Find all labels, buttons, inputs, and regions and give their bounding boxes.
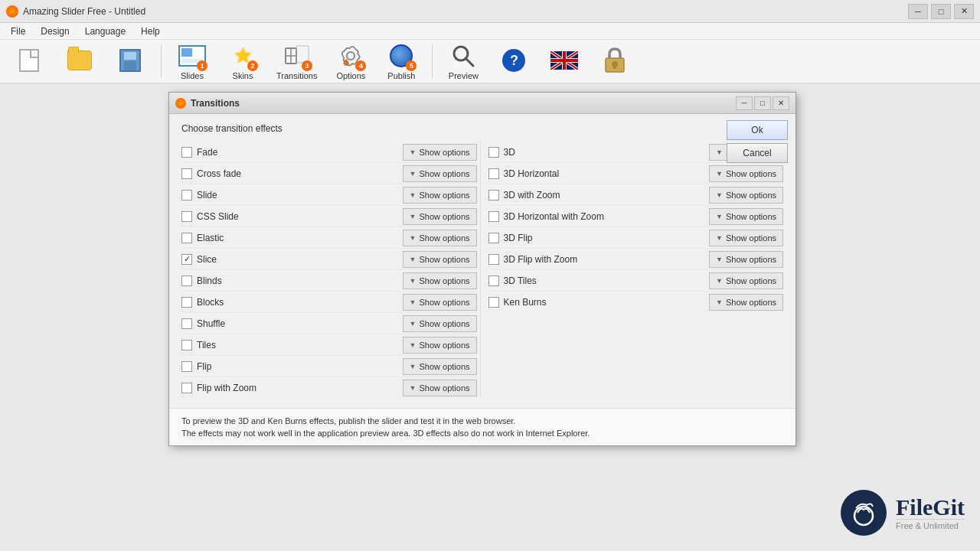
help-button[interactable]: ?	[491, 44, 537, 79]
tiles-checkbox[interactable]	[181, 340, 192, 350]
dialog-actions: Ok Cancel	[727, 120, 788, 163]
blinds-show-options[interactable]: Show options	[403, 272, 477, 289]
title-bar-controls: ─ □ ✕	[908, 4, 974, 19]
fade-checkbox[interactable]	[181, 147, 192, 158]
3dh-show-options[interactable]: Show options	[709, 165, 783, 182]
modal-title-bar: Transitions ─ □ ✕	[169, 93, 795, 114]
elastic-label: Elastic	[197, 233, 403, 243]
preview-button[interactable]: Preview	[440, 39, 486, 83]
options-icon: 4	[337, 42, 364, 70]
fade-show-options[interactable]: Show options	[403, 144, 477, 161]
crossfade-show-options[interactable]: Show options	[403, 165, 477, 182]
transition-fade-row: Fade Show options	[181, 142, 477, 163]
slides-button[interactable]: 1 Slides	[169, 39, 215, 83]
toolbar-separator-1	[161, 44, 162, 78]
maximize-button[interactable]: □	[931, 4, 951, 19]
3df-checkbox[interactable]	[488, 233, 499, 243]
shuffle-checkbox[interactable]	[181, 318, 192, 329]
options-button[interactable]: 4 Options	[328, 39, 374, 83]
close-button[interactable]: ✕	[954, 4, 974, 19]
3dfz-checkbox[interactable]	[488, 254, 499, 265]
transition-elastic-row: Elastic Show options	[181, 227, 477, 249]
slide-show-options[interactable]: Show options	[403, 187, 477, 204]
flipzoom-label: Flip with Zoom	[197, 383, 403, 393]
transition-blocks-row: Blocks Show options	[181, 292, 477, 313]
publish-label: Publish	[387, 71, 415, 80]
footer-line2: The effects may not work well in the app…	[181, 429, 783, 438]
flipzoom-show-options[interactable]: Show options	[403, 380, 477, 396]
flipzoom-checkbox[interactable]	[181, 383, 192, 393]
transition-tiles-row: Tiles Show options	[181, 334, 477, 356]
3dh-checkbox[interactable]	[488, 168, 499, 179]
language-button[interactable]	[541, 44, 587, 79]
slides-label: Slides	[181, 71, 204, 80]
shuffle-show-options[interactable]: Show options	[403, 315, 477, 332]
slide-checkbox[interactable]	[181, 190, 192, 201]
blinds-label: Blinds	[197, 276, 403, 286]
modal-minimize[interactable]: ─	[736, 96, 753, 110]
skins-button[interactable]: ★ 2 Skins	[220, 39, 266, 83]
3dhz-show-options[interactable]: Show options	[709, 208, 783, 225]
minimize-button[interactable]: ─	[908, 4, 928, 19]
3df-show-options[interactable]: Show options	[709, 230, 783, 246]
elastic-checkbox[interactable]	[181, 233, 192, 243]
transitions-left-column: Fade Show options Cross fade Show option…	[181, 142, 481, 399]
publish-button[interactable]: 5 Publish	[378, 39, 424, 83]
3dt-show-options[interactable]: Show options	[709, 272, 783, 289]
flip-checkbox[interactable]	[181, 361, 192, 372]
slice-show-options[interactable]: Show options	[403, 251, 477, 268]
blinds-checkbox[interactable]	[181, 276, 192, 286]
cssslide-checkbox[interactable]	[181, 211, 192, 222]
modal-title: Transitions	[191, 98, 736, 109]
3d-label: 3D	[504, 147, 710, 158]
lock-icon	[601, 47, 629, 74]
3dfz-label: 3D Flip with Zoom	[504, 254, 710, 265]
svg-rect-15	[563, 51, 566, 70]
flip-show-options[interactable]: Show options	[403, 358, 477, 375]
watermark-brand: FileGit	[896, 496, 965, 519]
transition-3dz-row: 3D with Zoom Show options	[488, 184, 784, 206]
cssslide-show-options[interactable]: Show options	[403, 208, 477, 225]
crossfade-checkbox[interactable]	[181, 168, 192, 179]
menu-design[interactable]: Design	[33, 24, 77, 38]
tiles-show-options[interactable]: Show options	[403, 337, 477, 354]
slice-checkbox[interactable]	[181, 254, 192, 265]
lock-button[interactable]	[592, 44, 638, 79]
modal-maximize[interactable]: □	[754, 96, 771, 110]
svg-rect-18	[613, 64, 616, 69]
3df-label: 3D Flip	[504, 233, 710, 243]
cancel-button[interactable]: Cancel	[727, 143, 788, 163]
ok-button[interactable]: Ok	[727, 120, 788, 140]
3dfz-show-options[interactable]: Show options	[709, 251, 783, 268]
3dz-show-options[interactable]: Show options	[709, 187, 783, 204]
publish-badge: 5	[406, 60, 416, 71]
fade-label: Fade	[197, 147, 403, 158]
kb-checkbox[interactable]	[488, 297, 499, 308]
options-label: Options	[336, 71, 365, 80]
save-button[interactable]	[107, 44, 153, 79]
menu-file[interactable]: File	[3, 24, 33, 38]
open-button[interactable]	[57, 44, 103, 79]
slides-icon: 1	[178, 42, 206, 70]
new-button[interactable]	[6, 44, 52, 79]
transition-3dt-row: 3D Tiles Show options	[488, 270, 784, 292]
menu-help[interactable]: Help	[133, 24, 168, 38]
toolbar-separator-2	[432, 44, 433, 78]
3dhz-checkbox[interactable]	[488, 211, 499, 222]
transitions-button[interactable]: 3 Transitions	[270, 39, 323, 83]
app-title: Amazing Slider Free - Untitled	[23, 6, 908, 17]
flip-label: Flip	[197, 361, 403, 372]
menu-language[interactable]: Language	[77, 24, 133, 38]
3dt-checkbox[interactable]	[488, 276, 499, 286]
crossfade-label: Cross fade	[197, 168, 403, 179]
3dz-checkbox[interactable]	[488, 190, 499, 201]
svg-line-6	[466, 58, 473, 66]
3d-checkbox[interactable]	[488, 147, 499, 158]
blocks-show-options[interactable]: Show options	[403, 294, 477, 311]
blocks-checkbox[interactable]	[181, 297, 192, 308]
elastic-show-options[interactable]: Show options	[403, 230, 477, 246]
modal-close[interactable]: ✕	[773, 96, 789, 110]
watermark-tagline: Free & Unlimited	[896, 519, 965, 530]
kb-show-options[interactable]: Show options	[709, 294, 783, 311]
3dh-label: 3D Horizontal	[504, 168, 710, 179]
